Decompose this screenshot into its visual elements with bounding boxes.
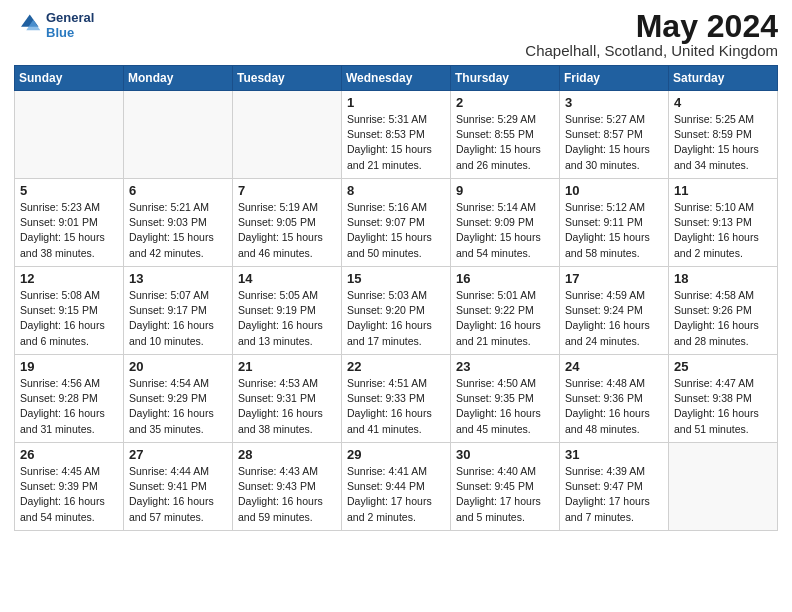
day-info: Sunrise: 5:12 AM Sunset: 9:11 PM Dayligh… (565, 200, 663, 261)
day-info: Sunrise: 5:25 AM Sunset: 8:59 PM Dayligh… (674, 112, 772, 173)
day-number: 4 (674, 95, 772, 110)
day-number: 6 (129, 183, 227, 198)
day-number: 3 (565, 95, 663, 110)
day-info: Sunrise: 5:08 AM Sunset: 9:15 PM Dayligh… (20, 288, 118, 349)
day-number: 12 (20, 271, 118, 286)
table-row: 11Sunrise: 5:10 AM Sunset: 9:13 PM Dayli… (669, 179, 778, 267)
calendar-header-row: Sunday Monday Tuesday Wednesday Thursday… (15, 66, 778, 91)
day-number: 5 (20, 183, 118, 198)
table-row: 15Sunrise: 5:03 AM Sunset: 9:20 PM Dayli… (342, 267, 451, 355)
day-info: Sunrise: 4:51 AM Sunset: 9:33 PM Dayligh… (347, 376, 445, 437)
day-info: Sunrise: 4:45 AM Sunset: 9:39 PM Dayligh… (20, 464, 118, 525)
table-row: 30Sunrise: 4:40 AM Sunset: 9:45 PM Dayli… (451, 443, 560, 531)
table-row: 25Sunrise: 4:47 AM Sunset: 9:38 PM Dayli… (669, 355, 778, 443)
logo-text: General Blue (46, 10, 94, 40)
table-row: 13Sunrise: 5:07 AM Sunset: 9:17 PM Dayli… (124, 267, 233, 355)
table-row: 4Sunrise: 5:25 AM Sunset: 8:59 PM Daylig… (669, 91, 778, 179)
day-info: Sunrise: 5:16 AM Sunset: 9:07 PM Dayligh… (347, 200, 445, 261)
calendar-week-row: 19Sunrise: 4:56 AM Sunset: 9:28 PM Dayli… (15, 355, 778, 443)
table-row: 7Sunrise: 5:19 AM Sunset: 9:05 PM Daylig… (233, 179, 342, 267)
title-block: May 2024 Chapelhall, Scotland, United Ki… (525, 10, 778, 59)
calendar-week-row: 5Sunrise: 5:23 AM Sunset: 9:01 PM Daylig… (15, 179, 778, 267)
day-info: Sunrise: 4:47 AM Sunset: 9:38 PM Dayligh… (674, 376, 772, 437)
calendar-week-row: 12Sunrise: 5:08 AM Sunset: 9:15 PM Dayli… (15, 267, 778, 355)
table-row: 2Sunrise: 5:29 AM Sunset: 8:55 PM Daylig… (451, 91, 560, 179)
day-number: 25 (674, 359, 772, 374)
day-info: Sunrise: 5:29 AM Sunset: 8:55 PM Dayligh… (456, 112, 554, 173)
day-number: 8 (347, 183, 445, 198)
table-row: 21Sunrise: 4:53 AM Sunset: 9:31 PM Dayli… (233, 355, 342, 443)
logo-icon (14, 11, 42, 39)
day-info: Sunrise: 4:43 AM Sunset: 9:43 PM Dayligh… (238, 464, 336, 525)
table-row: 23Sunrise: 4:50 AM Sunset: 9:35 PM Dayli… (451, 355, 560, 443)
table-row: 18Sunrise: 4:58 AM Sunset: 9:26 PM Dayli… (669, 267, 778, 355)
calendar-table: Sunday Monday Tuesday Wednesday Thursday… (14, 65, 778, 531)
table-row (669, 443, 778, 531)
table-row (233, 91, 342, 179)
table-row: 24Sunrise: 4:48 AM Sunset: 9:36 PM Dayli… (560, 355, 669, 443)
table-row: 1Sunrise: 5:31 AM Sunset: 8:53 PM Daylig… (342, 91, 451, 179)
table-row: 31Sunrise: 4:39 AM Sunset: 9:47 PM Dayli… (560, 443, 669, 531)
table-row (124, 91, 233, 179)
month-title: May 2024 (525, 10, 778, 42)
table-row: 6Sunrise: 5:21 AM Sunset: 9:03 PM Daylig… (124, 179, 233, 267)
day-number: 21 (238, 359, 336, 374)
day-info: Sunrise: 4:59 AM Sunset: 9:24 PM Dayligh… (565, 288, 663, 349)
table-row: 27Sunrise: 4:44 AM Sunset: 9:41 PM Dayli… (124, 443, 233, 531)
col-wednesday: Wednesday (342, 66, 451, 91)
day-number: 28 (238, 447, 336, 462)
day-info: Sunrise: 4:56 AM Sunset: 9:28 PM Dayligh… (20, 376, 118, 437)
day-info: Sunrise: 4:39 AM Sunset: 9:47 PM Dayligh… (565, 464, 663, 525)
day-number: 9 (456, 183, 554, 198)
day-number: 26 (20, 447, 118, 462)
table-row (15, 91, 124, 179)
day-number: 14 (238, 271, 336, 286)
day-number: 11 (674, 183, 772, 198)
day-info: Sunrise: 4:50 AM Sunset: 9:35 PM Dayligh… (456, 376, 554, 437)
day-number: 29 (347, 447, 445, 462)
day-number: 15 (347, 271, 445, 286)
table-row: 14Sunrise: 5:05 AM Sunset: 9:19 PM Dayli… (233, 267, 342, 355)
day-info: Sunrise: 5:19 AM Sunset: 9:05 PM Dayligh… (238, 200, 336, 261)
table-row: 5Sunrise: 5:23 AM Sunset: 9:01 PM Daylig… (15, 179, 124, 267)
table-row: 3Sunrise: 5:27 AM Sunset: 8:57 PM Daylig… (560, 91, 669, 179)
day-info: Sunrise: 5:21 AM Sunset: 9:03 PM Dayligh… (129, 200, 227, 261)
day-info: Sunrise: 5:14 AM Sunset: 9:09 PM Dayligh… (456, 200, 554, 261)
table-row: 16Sunrise: 5:01 AM Sunset: 9:22 PM Dayli… (451, 267, 560, 355)
day-number: 19 (20, 359, 118, 374)
day-number: 23 (456, 359, 554, 374)
day-info: Sunrise: 4:41 AM Sunset: 9:44 PM Dayligh… (347, 464, 445, 525)
day-info: Sunrise: 5:05 AM Sunset: 9:19 PM Dayligh… (238, 288, 336, 349)
day-number: 10 (565, 183, 663, 198)
day-number: 17 (565, 271, 663, 286)
day-info: Sunrise: 4:44 AM Sunset: 9:41 PM Dayligh… (129, 464, 227, 525)
table-row: 26Sunrise: 4:45 AM Sunset: 9:39 PM Dayli… (15, 443, 124, 531)
day-info: Sunrise: 5:23 AM Sunset: 9:01 PM Dayligh… (20, 200, 118, 261)
day-info: Sunrise: 4:58 AM Sunset: 9:26 PM Dayligh… (674, 288, 772, 349)
header: General Blue May 2024 Chapelhall, Scotla… (14, 10, 778, 59)
table-row: 28Sunrise: 4:43 AM Sunset: 9:43 PM Dayli… (233, 443, 342, 531)
day-info: Sunrise: 4:54 AM Sunset: 9:29 PM Dayligh… (129, 376, 227, 437)
day-info: Sunrise: 4:53 AM Sunset: 9:31 PM Dayligh… (238, 376, 336, 437)
table-row: 29Sunrise: 4:41 AM Sunset: 9:44 PM Dayli… (342, 443, 451, 531)
col-saturday: Saturday (669, 66, 778, 91)
table-row: 22Sunrise: 4:51 AM Sunset: 9:33 PM Dayli… (342, 355, 451, 443)
day-number: 16 (456, 271, 554, 286)
col-tuesday: Tuesday (233, 66, 342, 91)
day-number: 20 (129, 359, 227, 374)
day-info: Sunrise: 5:27 AM Sunset: 8:57 PM Dayligh… (565, 112, 663, 173)
day-info: Sunrise: 5:03 AM Sunset: 9:20 PM Dayligh… (347, 288, 445, 349)
col-thursday: Thursday (451, 66, 560, 91)
table-row: 19Sunrise: 4:56 AM Sunset: 9:28 PM Dayli… (15, 355, 124, 443)
day-info: Sunrise: 4:48 AM Sunset: 9:36 PM Dayligh… (565, 376, 663, 437)
table-row: 17Sunrise: 4:59 AM Sunset: 9:24 PM Dayli… (560, 267, 669, 355)
calendar-week-row: 1Sunrise: 5:31 AM Sunset: 8:53 PM Daylig… (15, 91, 778, 179)
day-number: 2 (456, 95, 554, 110)
day-number: 7 (238, 183, 336, 198)
table-row: 8Sunrise: 5:16 AM Sunset: 9:07 PM Daylig… (342, 179, 451, 267)
day-number: 1 (347, 95, 445, 110)
day-number: 18 (674, 271, 772, 286)
table-row: 12Sunrise: 5:08 AM Sunset: 9:15 PM Dayli… (15, 267, 124, 355)
day-info: Sunrise: 4:40 AM Sunset: 9:45 PM Dayligh… (456, 464, 554, 525)
day-info: Sunrise: 5:07 AM Sunset: 9:17 PM Dayligh… (129, 288, 227, 349)
